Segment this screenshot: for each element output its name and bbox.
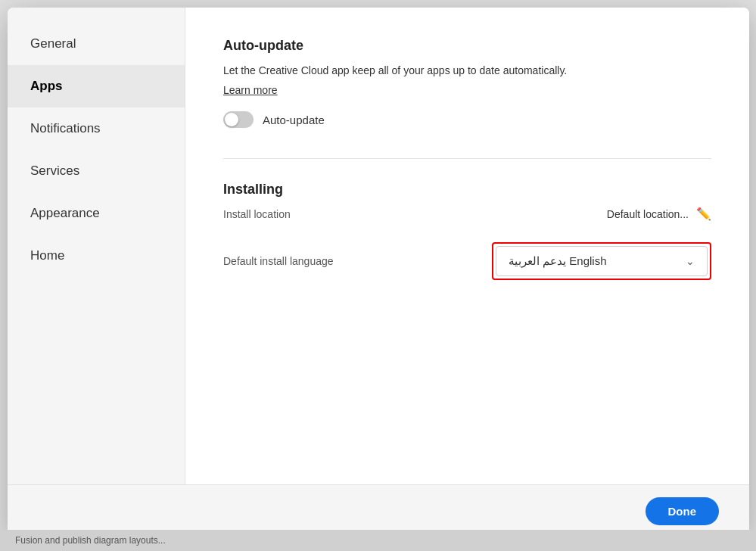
sidebar-item-home[interactable]: Home	[8, 235, 185, 277]
autoupdate-title: Auto-update	[223, 38, 711, 54]
sidebar-label-apps: Apps	[30, 79, 63, 94]
sidebar-item-appearance[interactable]: Appearance	[8, 192, 185, 235]
language-value: يدعم العربية English	[509, 254, 607, 268]
content-area: Auto-update Let the Creative Cloud app k…	[185, 8, 749, 484]
install-location-value: Default location...	[607, 208, 689, 220]
chevron-down-icon: ⌄	[686, 255, 695, 267]
install-location-label: Install location	[223, 208, 291, 220]
installing-title: Installing	[223, 182, 711, 198]
install-location-value-group: Default location... ✏️	[607, 207, 711, 221]
sidebar-label-appearance: Appearance	[30, 206, 100, 221]
install-language-row: Default install language يدعم العربية En…	[223, 242, 711, 280]
edit-location-icon[interactable]: ✏️	[696, 207, 711, 221]
sidebar: General Apps Notifications Services Appe…	[8, 8, 185, 484]
autoupdate-toggle[interactable]	[223, 111, 254, 128]
sidebar-item-general[interactable]: General	[8, 23, 185, 65]
sidebar-label-notifications: Notifications	[30, 121, 101, 136]
dialog-overlay: General Apps Notifications Services Appe…	[0, 0, 756, 551]
learn-more-link[interactable]: Learn more	[223, 84, 278, 96]
sidebar-label-general: General	[30, 36, 76, 51]
dialog-body: General Apps Notifications Services Appe…	[8, 8, 749, 484]
bottom-hint-text: Fusion and publish diagram layouts...	[15, 535, 166, 546]
language-dropdown[interactable]: يدعم العربية English ⌄	[496, 246, 708, 276]
sidebar-label-services: Services	[30, 163, 79, 179]
autoupdate-toggle-row: Auto-update	[223, 111, 711, 128]
sidebar-item-services[interactable]: Services	[8, 150, 185, 192]
done-button[interactable]: Done	[646, 497, 720, 525]
sidebar-item-apps[interactable]: Apps	[8, 65, 185, 107]
toggle-knob	[225, 113, 238, 126]
install-location-row: Install location Default location... ✏️	[223, 207, 711, 221]
installing-section: Installing Install location Default loca…	[223, 182, 711, 454]
install-language-label: Default install language	[223, 255, 334, 267]
sidebar-item-notifications[interactable]: Notifications	[8, 107, 185, 150]
autoupdate-desc: Let the Creative Cloud app keep all of y…	[223, 63, 711, 79]
autoupdate-section: Auto-update Let the Creative Cloud app k…	[223, 38, 711, 135]
bottom-hint-bar: Fusion and publish diagram layouts...	[0, 530, 756, 551]
settings-dialog: General Apps Notifications Services Appe…	[8, 8, 749, 537]
language-dropdown-wrapper: يدعم العربية English ⌄	[492, 242, 711, 280]
sidebar-label-home: Home	[30, 248, 64, 263]
section-divider	[223, 158, 711, 159]
autoupdate-toggle-label: Auto-update	[263, 114, 325, 126]
